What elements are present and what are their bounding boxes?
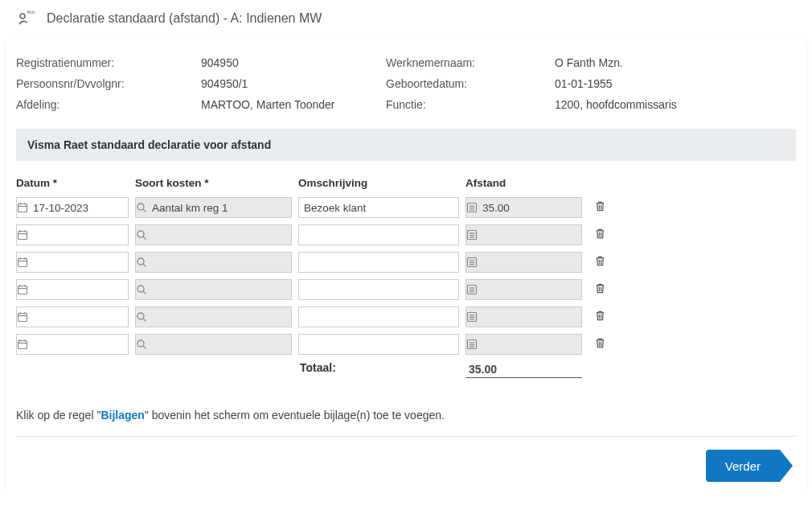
col-soort: Soort kosten * bbox=[135, 177, 292, 189]
werknaam-value: O Fanth Mzn. bbox=[555, 56, 796, 69]
svg-point-18 bbox=[137, 231, 144, 237]
table-row bbox=[16, 306, 796, 327]
svg-line-55 bbox=[143, 319, 146, 322]
list-icon[interactable] bbox=[466, 257, 478, 268]
soort-input[interactable] bbox=[147, 307, 293, 327]
total-value: 35.00 bbox=[465, 361, 582, 378]
datum-input-wrap[interactable] bbox=[16, 334, 129, 355]
soort-input-wrap[interactable] bbox=[135, 279, 292, 300]
persnr-value: 904950/1 bbox=[201, 77, 386, 90]
calendar-icon[interactable] bbox=[17, 284, 28, 295]
datum-input-wrap[interactable] bbox=[16, 224, 129, 245]
functie-value: 1200, hoofdcommissaris bbox=[555, 98, 796, 111]
datum-input-wrap[interactable] bbox=[16, 306, 129, 327]
afstand-input-wrap[interactable] bbox=[465, 252, 582, 273]
persnr-label: Persoonsnr/Dvvolgnr: bbox=[16, 77, 201, 90]
soort-input[interactable] bbox=[147, 253, 293, 272]
svg-point-54 bbox=[137, 313, 144, 319]
afstand-input-wrap[interactable] bbox=[465, 197, 582, 218]
search-icon[interactable] bbox=[136, 339, 147, 350]
soort-input-wrap[interactable] bbox=[135, 252, 292, 273]
omschrijving-input[interactable] bbox=[299, 280, 458, 299]
trash-icon[interactable] bbox=[594, 255, 606, 269]
soort-input-wrap[interactable] bbox=[135, 197, 292, 218]
calendar-icon[interactable] bbox=[17, 257, 28, 268]
omschr-input-wrap[interactable] bbox=[298, 334, 459, 355]
omschrijving-input[interactable] bbox=[299, 307, 458, 327]
list-icon[interactable] bbox=[466, 229, 478, 241]
trash-icon[interactable] bbox=[594, 310, 606, 324]
omschrijving-input[interactable] bbox=[299, 335, 458, 354]
werknaam-label: Werknemernaam: bbox=[386, 56, 555, 69]
regnr-value: 904950 bbox=[201, 56, 386, 69]
svg-rect-62 bbox=[18, 341, 27, 349]
afstand-input-wrap[interactable] bbox=[465, 334, 582, 355]
search-icon[interactable] bbox=[136, 311, 147, 323]
svg-line-67 bbox=[143, 346, 146, 349]
calendar-icon[interactable] bbox=[17, 311, 28, 323]
list-icon[interactable] bbox=[466, 339, 478, 350]
omschrijving-input[interactable] bbox=[299, 225, 458, 245]
soort-input[interactable] bbox=[147, 225, 293, 245]
afdeling-value: MARTOO, Marten Toonder bbox=[201, 98, 386, 111]
svg-rect-50 bbox=[18, 314, 27, 322]
calendar-icon[interactable] bbox=[17, 339, 28, 350]
svg-line-19 bbox=[143, 236, 146, 240]
afstand-input-wrap[interactable] bbox=[465, 279, 582, 300]
search-icon[interactable] bbox=[136, 229, 147, 241]
trash-icon[interactable] bbox=[594, 200, 606, 215]
afstand-input-wrap[interactable] bbox=[465, 306, 582, 327]
soort-input[interactable] bbox=[147, 280, 293, 299]
svg-point-30 bbox=[137, 258, 144, 265]
trash-icon[interactable] bbox=[594, 282, 606, 297]
svg-line-43 bbox=[143, 291, 146, 294]
table-row bbox=[16, 334, 796, 355]
trash-icon[interactable] bbox=[594, 337, 606, 352]
svg-line-7 bbox=[143, 209, 146, 212]
svg-rect-2 bbox=[18, 204, 27, 212]
omschrijving-input[interactable] bbox=[299, 198, 458, 217]
functie-label: Functie: bbox=[386, 98, 555, 111]
soort-input-wrap[interactable] bbox=[135, 334, 292, 355]
list-icon[interactable] bbox=[466, 311, 478, 323]
datum-input-wrap[interactable] bbox=[16, 279, 129, 300]
regnr-label: Registratienummer: bbox=[16, 56, 201, 69]
svg-point-0 bbox=[20, 14, 25, 19]
trash-icon[interactable] bbox=[594, 228, 606, 242]
distance-icon: Km bbox=[16, 10, 35, 27]
search-icon[interactable] bbox=[136, 257, 147, 268]
calendar-icon[interactable] bbox=[17, 202, 28, 213]
afstand-input-wrap[interactable] bbox=[465, 224, 582, 245]
section-title: Visma Raet standaard declaratie voor afs… bbox=[16, 129, 796, 161]
datum-input-wrap[interactable] bbox=[16, 252, 129, 273]
search-icon[interactable] bbox=[136, 202, 147, 213]
svg-point-42 bbox=[137, 286, 144, 292]
table-row bbox=[16, 252, 796, 273]
omschrijving-input[interactable] bbox=[299, 253, 458, 272]
datum-input-wrap[interactable] bbox=[16, 197, 129, 218]
omschr-input-wrap[interactable] bbox=[298, 306, 459, 327]
gebdat-value: 01-01-1955 bbox=[555, 77, 796, 90]
soort-input-wrap[interactable] bbox=[135, 306, 292, 327]
soort-input[interactable] bbox=[147, 198, 293, 217]
bijlagen-link[interactable]: Bijlagen bbox=[100, 409, 144, 422]
meta-info: Registratienummer: 904950 Werknemernaam:… bbox=[16, 56, 796, 129]
omschr-input-wrap[interactable] bbox=[298, 252, 459, 273]
svg-rect-26 bbox=[18, 259, 27, 267]
omschr-input-wrap[interactable] bbox=[298, 279, 459, 300]
list-icon[interactable] bbox=[466, 202, 478, 213]
soort-input-wrap[interactable] bbox=[135, 224, 292, 245]
soort-input[interactable] bbox=[147, 335, 293, 354]
svg-line-31 bbox=[143, 264, 146, 267]
omschr-input-wrap[interactable] bbox=[298, 197, 459, 218]
afdeling-label: Afdeling: bbox=[16, 98, 201, 111]
page-title: Declaratie standaard (afstand) - A: Indi… bbox=[47, 11, 322, 26]
col-afstand: Afstand bbox=[465, 177, 582, 189]
calendar-icon[interactable] bbox=[17, 229, 28, 241]
verder-button[interactable]: Verder bbox=[706, 450, 780, 482]
attachments-hint: Klik op de regel "Bijlagen" bovenin het … bbox=[16, 386, 796, 436]
svg-point-6 bbox=[137, 204, 144, 210]
omschr-input-wrap[interactable] bbox=[298, 224, 459, 245]
search-icon[interactable] bbox=[136, 284, 147, 295]
list-icon[interactable] bbox=[466, 284, 478, 295]
